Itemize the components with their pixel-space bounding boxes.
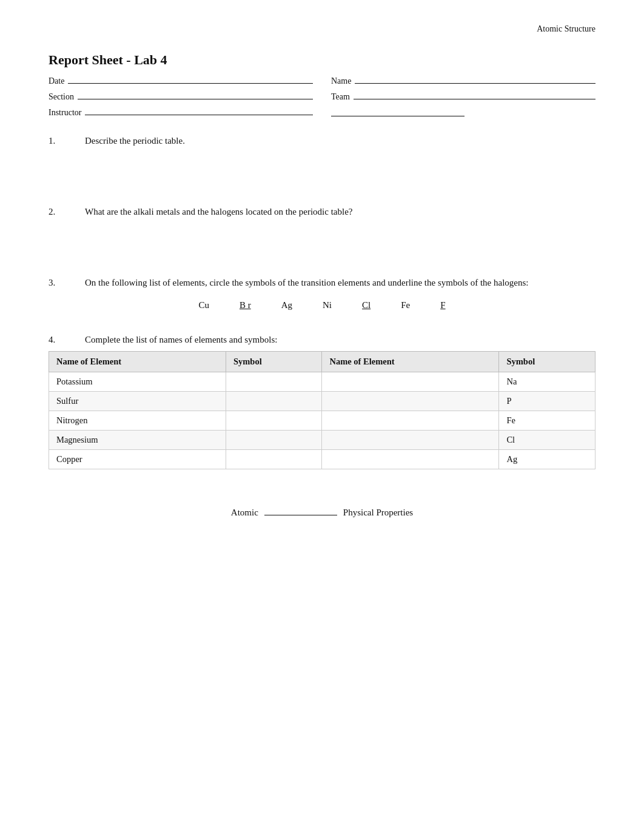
element-name-2 xyxy=(322,372,499,392)
question-3: 3.On the following list of elements, cir… xyxy=(49,278,595,310)
element-name-2 xyxy=(322,450,499,469)
q3-number: 3. xyxy=(49,278,85,288)
element-symbol-1[interactable] xyxy=(226,392,322,411)
q2-answer-space xyxy=(49,217,595,253)
q3-text: On the following list of elements, circl… xyxy=(85,278,595,288)
element-symbol-2: Ag xyxy=(499,450,595,469)
q2-text: What are the alkali metals and the halog… xyxy=(85,207,595,217)
element-symbol-1[interactable] xyxy=(226,411,322,431)
page-header: Atomic Structure xyxy=(49,24,595,34)
extra-line xyxy=(331,106,595,118)
element-ni: Ni xyxy=(323,300,332,310)
element-symbol-1[interactable] xyxy=(226,372,322,392)
q2-number: 2. xyxy=(49,207,85,217)
section-field-line: Section xyxy=(49,90,313,102)
date-label: Date xyxy=(49,76,64,86)
bottom-section: Atomic Physical Properties xyxy=(49,506,595,518)
col-symbol1: Symbol xyxy=(226,352,322,372)
question-4: 4.Complete the list of names of elements… xyxy=(49,335,595,469)
table-row: Nitrogen Fe xyxy=(49,411,595,431)
element-f: F xyxy=(440,300,445,310)
table-row: Potassium Na xyxy=(49,372,595,392)
name-label: Name xyxy=(331,76,351,86)
element-symbol-2: Na xyxy=(499,372,595,392)
instructor-field-line: Instructor xyxy=(49,106,313,118)
col-name1: Name of Element xyxy=(49,352,226,372)
atomic-label: Atomic xyxy=(231,508,258,518)
name-field-line: Name xyxy=(331,74,595,86)
q1-text: Describe the periodic table. xyxy=(85,136,595,146)
section-input[interactable] xyxy=(78,90,313,99)
instructor-input[interactable] xyxy=(85,106,313,115)
table-row: Magnesium Cl xyxy=(49,431,595,450)
table-row: Copper Ag xyxy=(49,450,595,469)
element-cu: Cu xyxy=(198,300,209,310)
col-name2: Name of Element xyxy=(322,352,499,372)
report-title: Report Sheet - Lab 4 xyxy=(49,52,595,68)
q4-text: Complete the list of names of elements a… xyxy=(85,335,595,345)
q1-answer-space xyxy=(49,146,595,183)
element-br: B r xyxy=(240,300,251,310)
physical-label: Physical Properties xyxy=(343,508,413,518)
element-ag: Ag xyxy=(281,300,292,310)
element-name-1: Sulfur xyxy=(49,392,226,411)
element-symbol-2: P xyxy=(499,392,595,411)
element-name-2 xyxy=(322,411,499,431)
table-header-row: Name of Element Symbol Name of Element S… xyxy=(49,352,595,372)
element-symbol-2: Cl xyxy=(499,431,595,450)
element-symbol-1[interactable] xyxy=(226,450,322,469)
element-name-1: Nitrogen xyxy=(49,411,226,431)
elements-table: Name of Element Symbol Name of Element S… xyxy=(49,351,595,469)
question-1: 1.Describe the periodic table. xyxy=(49,136,595,183)
element-symbol-1[interactable] xyxy=(226,431,322,450)
question-2: 2.What are the alkali metals and the hal… xyxy=(49,207,595,253)
col-symbol2: Symbol xyxy=(499,352,595,372)
element-fe: Fe xyxy=(401,300,410,310)
element-cl: Cl xyxy=(362,300,371,310)
date-field-line: Date xyxy=(49,74,313,86)
instructor-label: Instructor xyxy=(49,108,81,118)
date-input[interactable] xyxy=(68,74,313,84)
atomic-blank[interactable] xyxy=(264,506,337,515)
element-name-2 xyxy=(322,431,499,450)
team-label: Team xyxy=(331,92,350,102)
team-field-line: Team xyxy=(331,90,595,102)
extra-input[interactable] xyxy=(331,107,465,116)
element-name-1: Magnesium xyxy=(49,431,226,450)
team-input[interactable] xyxy=(354,90,595,99)
element-name-1: Potassium xyxy=(49,372,226,392)
element-name-1: Copper xyxy=(49,450,226,469)
page-title: Atomic Structure xyxy=(537,24,595,33)
q1-number: 1. xyxy=(49,136,85,146)
elements-row: Cu B r Ag Ni Cl Fe F xyxy=(49,300,595,310)
form-fields: Date Name Section Team Instructor xyxy=(49,74,595,118)
element-name-2 xyxy=(322,392,499,411)
name-input[interactable] xyxy=(355,74,595,84)
table-row: Sulfur P xyxy=(49,392,595,411)
element-symbol-2: Fe xyxy=(499,411,595,431)
section-label: Section xyxy=(49,92,74,102)
q4-number: 4. xyxy=(49,335,85,345)
